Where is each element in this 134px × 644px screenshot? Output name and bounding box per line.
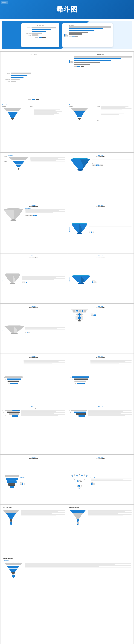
svg-point-47 [79, 480, 81, 481]
svg-point-30 [76, 314, 78, 315]
hero-left-chart: AIDA Model Promotion Involvement [21, 23, 59, 47]
logo: 素芦图 [1, 1, 8, 4]
slide-aida-bar-right: AIDA Model [67, 52, 134, 102]
svg-marker-7 [78, 118, 81, 120]
hero-chart-title: AIDA Model [23, 25, 58, 26]
svg-marker-61 [77, 519, 79, 522]
svg-marker-65 [6, 566, 20, 568]
svg-marker-10 [16, 164, 22, 167]
svg-rect-62 [77, 522, 79, 524]
slide-3d-funnel-2: Title text Funnel template Subtitle text… [0, 203, 67, 253]
svg-point-33 [78, 319, 81, 322]
svg-marker-53 [5, 513, 16, 516]
svg-marker-6 [76, 115, 83, 118]
slide-stripe-bars-1: Title text Funnel template A1 A2 A3 [0, 354, 67, 404]
svg-point-43 [81, 474, 83, 476]
svg-marker-55 [10, 519, 12, 522]
bubble-funnel-svg [69, 474, 90, 488]
svg-marker-11 [18, 168, 20, 170]
svg-point-27 [82, 310, 83, 312]
svg-point-40 [74, 474, 75, 476]
slide-inv-triangle-wide: Title text demo Promotion Step 1 Step 2 … [0, 555, 134, 644]
slide-subtitle: Funnel template [69, 156, 132, 157]
3d-funnel-svg-3 [71, 222, 88, 236]
inv-triangle-svg-1 [2, 509, 20, 527]
slide-v-funnel-2: Title text Funnel template A1 A2 A3 A4 [67, 404, 134, 454]
svg-rect-68 [12, 575, 15, 577]
svg-marker-4 [71, 108, 88, 111]
inv-triangle-wide-svg: Step 1 Step 2 Step 3 [3, 562, 23, 579]
svg-marker-60 [75, 516, 81, 519]
svg-marker-69 [12, 577, 14, 578]
svg-marker-64 [4, 562, 23, 565]
svg-marker-67 [11, 572, 15, 574]
inv-triangle-svg-2 [69, 509, 87, 527]
slide-wide-3d-funnel-1: Title text Funnel template Subtitle text… [67, 254, 134, 303]
svg-marker-59 [72, 513, 83, 516]
svg-marker-63 [77, 524, 79, 526]
3d-funnel-svg-1 [69, 158, 91, 173]
svg-point-31 [81, 314, 83, 315]
svg-point-32 [78, 316, 81, 319]
3d-funnel-svg-4 [4, 272, 21, 287]
slide-aida-funnel-1: Promotion AttentionDesire InterestAction [0, 102, 67, 152]
svg-marker-66 [9, 569, 17, 572]
hero-slide: AIDA Model Promotion Involvement [0, 19, 134, 52]
gear-funnel-svg [69, 308, 90, 323]
wide-funnel-svg-2 [4, 323, 24, 337]
svg-rect-56 [10, 522, 12, 524]
svg-rect-37 [8, 483, 15, 486]
hero-right-chart: AIDA Model [62, 23, 113, 47]
svg-marker-58 [70, 510, 86, 513]
svg-point-15 [10, 219, 16, 221]
slide-title: Title text [69, 155, 132, 156]
funnel-svg-2 [69, 107, 90, 120]
slide-chart-title: AIDA Model [2, 54, 65, 56]
slides-grid: AIDA Model Promotion Involvement Loyalty [0, 52, 134, 644]
funnel-svg [2, 107, 23, 120]
svg-marker-51 [78, 488, 80, 488]
funnel-svg-3 [8, 156, 30, 171]
svg-rect-35 [6, 478, 18, 480]
layered-funnel-svg [4, 474, 20, 488]
svg-point-45 [86, 475, 88, 477]
svg-point-49 [78, 485, 80, 487]
slide-gear-funnel: Title text Funnel template [67, 304, 134, 354]
svg-point-25 [76, 310, 78, 312]
svg-point-19 [10, 282, 15, 284]
svg-point-28 [84, 310, 86, 312]
svg-point-17 [77, 232, 82, 234]
svg-marker-3 [11, 118, 14, 120]
slide-3d-funnel-1: Title text Funnel template Subtitle text [67, 153, 134, 202]
svg-point-39 [72, 475, 73, 477]
svg-marker-2 [9, 115, 16, 118]
svg-point-23 [11, 333, 17, 334]
svg-text:Step 1: Step 1 [6, 562, 9, 562]
slide-aida-funnel-2: Promotion AttentionDesire InterestAction [67, 102, 134, 152]
slide-3d-funnel-3: Title text Funnel template Subtitle text… [67, 203, 134, 253]
svg-point-29 [78, 313, 81, 316]
svg-point-46 [77, 480, 79, 482]
slide-bubble-funnel: Title text Funnel template [67, 455, 134, 504]
svg-marker-1 [7, 112, 18, 115]
svg-point-48 [80, 481, 82, 482]
svg-rect-38 [10, 486, 14, 488]
svg-point-42 [79, 474, 80, 475]
svg-text:Step 2: Step 2 [12, 562, 14, 562]
slide-layered-funnel-1: Title text Funnel template Subtitle text… [0, 455, 67, 504]
svg-marker-9 [12, 161, 25, 164]
slide-inv-triangle-2: Title text demo [67, 505, 134, 555]
slide-3d-funnel-4: Title text Funnel template Subtitle text… [0, 254, 67, 303]
svg-marker-5 [74, 112, 85, 114]
svg-rect-36 [7, 480, 16, 483]
page-title: 漏斗图 [56, 5, 78, 14]
slide-wide-3d-funnel-2: Title text Funnel template Subtitle text… [0, 304, 67, 354]
svg-text:Step 3: Step 3 [17, 562, 20, 562]
slide-aida-bar-left: AIDA Model Promotion Involvement Loyalty [0, 52, 67, 102]
svg-point-24 [73, 310, 75, 312]
svg-marker-57 [10, 524, 12, 526]
slide-funnel-side-1: Attention Desire Interest Action Promoti… [0, 153, 67, 202]
svg-rect-34 [5, 475, 19, 477]
wide-funnel-svg-1 [71, 273, 91, 286]
slide-inv-triangle-1: Title text demo [0, 505, 67, 555]
